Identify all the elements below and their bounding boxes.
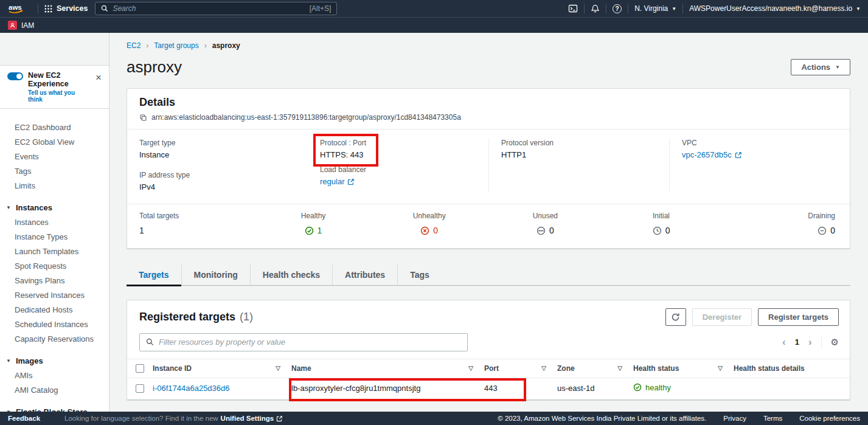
select-all-checkbox[interactable] — [136, 364, 144, 373]
cell-name: lb-asproxytyler-cfcg8jru1tmmqpntsjtg — [291, 384, 484, 393]
tab-monitoring[interactable]: Monitoring — [181, 264, 250, 285]
registered-targets-panel: Registered targets (1) Deregister Regist… — [127, 300, 850, 400]
external-link-icon — [347, 178, 355, 185]
field-label: IP address type — [139, 171, 296, 179]
sidebar-spacer — [0, 33, 109, 65]
account-label: AWSPowerUserAccess/navaneeth.kn@harness.… — [689, 4, 852, 13]
stat-label: Unused — [487, 212, 603, 220]
deregister-button[interactable]: Deregister — [692, 308, 752, 326]
field-value: HTTP1 — [501, 150, 657, 159]
filter-icon[interactable]: ▽ — [468, 365, 473, 371]
stat-value: 1 — [318, 226, 322, 235]
filter-input[interactable] — [159, 337, 461, 347]
external-link-icon — [276, 415, 283, 422]
vpc-link[interactable]: vpc-2657db5c — [682, 150, 742, 159]
health-status-label: healthy — [645, 383, 671, 392]
favorite-iam-link[interactable]: IAM — [21, 21, 34, 30]
sidebar-item-instance-types[interactable]: Instance Types — [0, 229, 109, 244]
sidebar-item-instances[interactable]: Instances — [0, 215, 109, 229]
refresh-button[interactable] — [665, 308, 686, 326]
filter-box[interactable] — [139, 333, 468, 351]
sidebar-section-header-images[interactable]: ▼ Images — [0, 353, 109, 368]
copy-icon[interactable] — [139, 114, 147, 122]
next-page-icon[interactable]: › — [808, 337, 812, 347]
sidebar-item-savings-plans[interactable]: Savings Plans — [0, 273, 109, 288]
filter-icon[interactable]: ▽ — [617, 365, 622, 371]
experience-toggle[interactable] — [7, 72, 23, 80]
page-header: asproxy Actions ▼ — [127, 58, 850, 77]
field-ip-address-type: IP address type IPv4 — [139, 171, 296, 192]
experience-title: New EC2 Experience — [28, 71, 89, 88]
tab-targets[interactable]: Targets — [127, 264, 181, 285]
privacy-link[interactable]: Privacy — [723, 415, 746, 422]
sidebar-item-launch-templates[interactable]: Launch Templates — [0, 244, 109, 258]
breadcrumb-ec2[interactable]: EC2 — [127, 41, 141, 50]
tab-tags[interactable]: Tags — [397, 264, 442, 285]
global-search[interactable]: [Alt+S] — [95, 2, 337, 15]
sidebar-item-amis[interactable]: AMIs — [0, 368, 109, 382]
cookie-preferences-link[interactable]: Cookie preferences — [799, 415, 860, 422]
filter-icon[interactable]: ▽ — [276, 365, 280, 371]
instance-id-link[interactable]: i-06f1744a6a25d36d6 — [153, 384, 230, 393]
stat-draining: Draining 0 — [719, 212, 835, 238]
check-circle-icon — [305, 226, 314, 235]
services-menu[interactable]: Services — [44, 4, 88, 13]
sidebar-item-tags[interactable]: Tags — [0, 164, 109, 178]
ec2-sidebar: New EC2 Experience Tell us what you thin… — [0, 33, 109, 412]
stat-value: 0 — [549, 226, 554, 235]
tab-attributes[interactable]: Attributes — [332, 264, 397, 285]
sidebar-item-ec2-global-view[interactable]: EC2 Global View — [0, 134, 109, 149]
experience-feedback-link[interactable]: Tell us what you think — [28, 89, 89, 103]
table-settings-gear-icon[interactable]: ⚙ — [831, 337, 839, 348]
feedback-link[interactable]: Feedback — [8, 415, 40, 422]
filter-icon[interactable]: ▽ — [718, 365, 723, 371]
divider — [584, 4, 585, 13]
breadcrumb-target-groups[interactable]: Target groups — [154, 41, 198, 50]
load-balancer-link[interactable]: regular — [320, 177, 355, 186]
sidebar-section-header-instances[interactable]: ▼ Instances — [0, 200, 109, 215]
sidebar-item-dedicated-hosts[interactable]: Dedicated Hosts — [0, 302, 109, 317]
account-menu[interactable]: AWSPowerUserAccess/navaneeth.kn@harness.… — [689, 4, 861, 13]
stat-unhealthy: Unhealthy 0 — [371, 212, 487, 238]
help-icon[interactable]: ? — [613, 4, 622, 13]
sidebar-section-header-ebs[interactable]: ▼ Elastic Block Store — [0, 404, 109, 412]
field-label: Protocol : Port — [320, 139, 366, 147]
field-protocol-port: Protocol : Port HTTPS: 443 — [320, 139, 366, 159]
actions-button[interactable]: Actions ▼ — [791, 59, 850, 75]
pending-circle-icon — [536, 226, 546, 235]
sidebar-item-ec2-dashboard[interactable]: EC2 Dashboard — [0, 120, 109, 134]
row-checkbox[interactable] — [136, 384, 144, 393]
sidebar-item-reserved-instances[interactable]: Reserved Instances — [0, 288, 109, 302]
sidebar-item-events[interactable]: Events — [0, 149, 109, 164]
column-header-health-status: Health status — [633, 364, 679, 373]
aws-logo[interactable]: aws — [7, 2, 26, 15]
sidebar-item-capacity-reservations[interactable]: Capacity Reservations — [0, 331, 109, 346]
details-column-4: VPC vpc-2657db5c — [669, 139, 850, 192]
sidebar-item-ami-catalog[interactable]: AMI Catalog — [0, 382, 109, 397]
unified-settings-link[interactable]: Unified Settings — [221, 415, 283, 422]
field-protocol-version: Protocol version HTTP1 — [501, 139, 657, 159]
tab-health-checks[interactable]: Health checks — [250, 264, 332, 285]
region-selector[interactable]: N. Virginia ▼ — [634, 4, 676, 13]
table-row: i-06f1744a6a25d36d6 lb-asproxytyler-cfcg… — [127, 378, 850, 399]
cloudshell-icon[interactable] — [568, 4, 578, 13]
search-input[interactable] — [113, 4, 305, 13]
grid-icon — [44, 5, 52, 13]
details-grid: Target type Instance IP address type IPv… — [127, 130, 850, 204]
divider — [628, 4, 628, 13]
chevron-expanded-icon: ▼ — [6, 205, 11, 210]
field-label: VPC — [682, 139, 838, 147]
close-icon[interactable]: × — [94, 71, 103, 84]
terms-link[interactable]: Terms — [763, 415, 782, 422]
previous-page-icon[interactable]: ‹ — [782, 337, 786, 347]
sidebar-item-spot-requests[interactable]: Spot Requests — [0, 258, 109, 273]
filter-icon[interactable]: ▽ — [541, 365, 546, 371]
sidebar-item-scheduled-instances[interactable]: Scheduled Instances — [0, 317, 109, 331]
sidebar-item-limits[interactable]: Limits — [0, 178, 109, 193]
notifications-bell-icon[interactable] — [591, 4, 600, 13]
cell-health-status: healthy — [633, 383, 671, 392]
register-targets-button[interactable]: Register targets — [758, 308, 839, 326]
details-heading: Details — [127, 89, 850, 111]
field-value: HTTPS: 443 — [320, 150, 366, 159]
field-value: Instance — [139, 150, 296, 159]
